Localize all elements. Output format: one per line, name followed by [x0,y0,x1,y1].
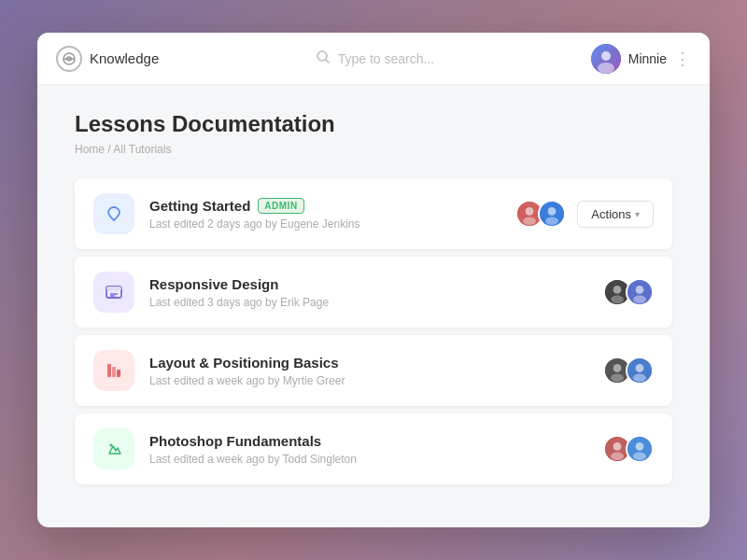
svg-point-30 [636,364,644,372]
lesson-info-4: Photoshop Fundamentals Last edited a wee… [149,433,588,466]
lesson-meta-4: Last edited a week ago by Todd Singleton [149,453,588,466]
breadcrumb-home[interactable]: Home [75,143,105,156]
lesson-meta-1: Last edited 2 days ago by Eugene Jenkins [149,217,500,231]
list-item: Responsive Design Last edited 3 days ago… [75,257,672,328]
lesson-title-row-1: Getting Started ADMIN [149,198,500,214]
svg-point-21 [636,286,644,294]
user-name: Minnie [628,51,667,66]
svg-point-31 [633,373,646,382]
avatar-group-3 [603,357,654,385]
svg-point-28 [611,373,624,382]
lesson-title-3: Layout & Positioning Basics [149,355,339,371]
svg-point-36 [627,437,652,461]
lesson-right-3 [603,357,654,385]
svg-point-19 [611,295,624,303]
avatar-group-1 [515,200,566,228]
avatar-group-4 [603,435,654,463]
list-item: Photoshop Fundamentals Last edited a wee… [75,413,672,484]
lesson-meta-2: Last edited 3 days ago by Erik Page [149,296,588,309]
list-item: Getting Started ADMIN Last edited 2 days… [75,178,672,249]
avatar [591,44,621,74]
svg-point-10 [540,202,564,226]
actions-label: Actions [591,207,631,221]
logo-text: Knowledge [90,50,159,66]
svg-rect-14 [106,287,121,290]
svg-rect-23 [107,364,111,377]
svg-line-3 [325,59,329,63]
svg-point-32 [110,444,113,447]
svg-point-35 [611,452,624,460]
avatar [626,435,654,463]
logo-icon [56,46,82,72]
lesson-right-4 [603,435,654,463]
lesson-title-1: Getting Started [149,198,250,214]
svg-point-18 [613,286,622,294]
logo-area: Knowledge [56,46,159,72]
app-window: Knowledge Type to search... [37,33,710,527]
admin-badge: ADMIN [258,198,303,214]
avatar [538,200,566,228]
actions-button[interactable]: Actions ▾ [577,201,654,228]
lesson-title-row-2: Responsive Design [149,276,588,292]
lesson-info-2: Responsive Design Last edited 3 days ago… [149,276,588,309]
svg-point-29 [627,358,652,383]
list-item: Layout & Positioning Basics Last edited … [75,335,672,406]
lesson-right-2 [603,278,654,306]
lesson-info-1: Getting Started ADMIN Last edited 2 days… [149,198,500,231]
svg-point-6 [598,63,614,74]
svg-point-5 [601,51,611,61]
search-icon [316,49,331,68]
avatar [626,357,654,385]
lesson-title-row-3: Layout & Positioning Basics [149,355,588,371]
page-title: Lessons Documentation [75,111,672,137]
lesson-icon-4 [93,428,134,469]
svg-point-12 [545,217,558,225]
main-content: Lessons Documentation Home / All Tutoria… [37,85,710,527]
lesson-icon-2 [93,272,134,313]
lesson-list: Getting Started ADMIN Last edited 2 days… [75,178,672,484]
breadcrumb-separator: / [105,143,113,156]
search-container[interactable]: Type to search... [316,49,435,68]
lesson-info-3: Layout & Positioning Basics Last edited … [149,355,588,387]
header: Knowledge Type to search... [37,33,710,85]
svg-rect-24 [112,367,116,377]
svg-point-27 [613,364,622,372]
lesson-icon-1 [93,193,134,234]
lesson-meta-3: Last edited a week ago by Myrtie Greer [149,374,588,387]
svg-point-9 [523,217,536,225]
actions-chevron-icon: ▾ [635,209,640,219]
svg-point-38 [633,452,646,460]
lesson-title-4: Photoshop Fundamentals [149,433,321,449]
search-placeholder: Type to search... [338,51,435,66]
svg-point-34 [613,442,622,451]
user-menu-icon[interactable]: ⋮ [674,49,691,69]
svg-point-8 [526,207,534,216]
svg-point-20 [627,280,652,304]
lesson-right-1: Actions ▾ [515,200,654,228]
svg-point-11 [548,207,557,216]
breadcrumb-current: All Tutorials [113,143,171,156]
user-area: Minnie ⋮ [591,44,691,74]
svg-rect-25 [117,370,120,377]
avatar-group-2 [603,278,654,306]
svg-point-22 [633,295,646,303]
lesson-title-2: Responsive Design [149,276,278,292]
search-area: Type to search... [159,49,591,68]
avatar [626,278,654,306]
svg-point-37 [636,442,644,451]
lesson-icon-3 [93,350,134,391]
breadcrumb: Home / All Tutorials [75,143,672,156]
lesson-title-row-4: Photoshop Fundamentals [149,433,588,449]
